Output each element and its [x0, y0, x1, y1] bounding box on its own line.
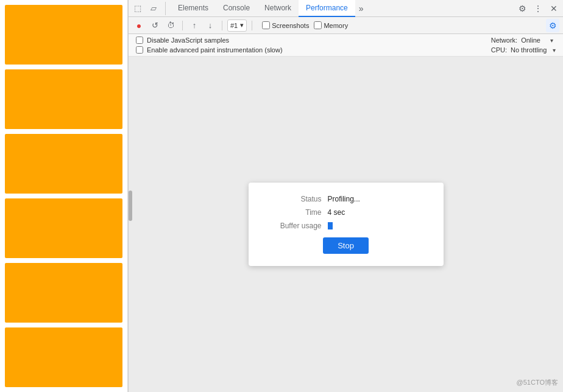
- disable-js-label[interactable]: Disable JavaScript samples: [136, 37, 283, 44]
- perf-settings-button[interactable]: ⚙: [546, 19, 559, 32]
- separator-1: [182, 21, 183, 30]
- screenshots-checkbox[interactable]: [262, 21, 270, 29]
- cpu-row: CPU: No throttling 4x slowdown 6x slowdo…: [491, 46, 556, 54]
- cpu-arrow: ▾: [553, 47, 556, 54]
- more-tabs-icon[interactable]: »: [355, 4, 367, 13]
- status-value: Profiling...: [328, 195, 360, 203]
- tab-bar: ⬚ ▱ Elements Console Network Performance…: [129, 0, 563, 17]
- more-options-icon[interactable]: ⋮: [531, 2, 545, 15]
- status-row: Status Profiling...: [267, 195, 425, 203]
- mobile-icon[interactable]: ▱: [147, 2, 160, 15]
- tab-elements[interactable]: Elements: [171, 0, 216, 17]
- memory-checkbox[interactable]: [314, 21, 322, 29]
- cpu-select[interactable]: No throttling 4x slowdown 6x slowdown: [511, 46, 549, 54]
- time-row: Time 4 sec: [267, 208, 425, 217]
- buffer-row: Buffer usage: [267, 222, 425, 230]
- reload-button[interactable]: ↺: [148, 19, 161, 32]
- network-row: Network: Online Fast 3G Slow 3G Offline …: [491, 37, 556, 44]
- toolbar: ● ↺ ⏱ ↑ ↓ #1 ▾ Screenshots Memory ⚙: [129, 17, 563, 34]
- profile-dropdown-arrow: ▾: [240, 21, 244, 29]
- settings-row: Disable JavaScript samples Enable advanc…: [129, 34, 563, 57]
- time-label: Time: [267, 208, 322, 217]
- performance-area: Status Profiling... Time 4 sec Buffer us…: [129, 57, 563, 392]
- record-button[interactable]: ●: [132, 19, 146, 32]
- orange-rect-5: [5, 263, 122, 323]
- tab-network[interactable]: Network: [257, 0, 299, 17]
- orange-rect-4: [5, 198, 122, 258]
- settings-icon[interactable]: ⚙: [515, 2, 529, 15]
- time-value: 4 sec: [328, 208, 345, 217]
- timer-button[interactable]: ⏱: [164, 19, 177, 32]
- cursor-icon[interactable]: ⬚: [131, 2, 144, 15]
- status-label: Status: [267, 195, 322, 203]
- stop-button[interactable]: Stop: [323, 237, 369, 254]
- buffer-fill: [328, 222, 333, 229]
- buffer-label: Buffer usage: [267, 222, 322, 230]
- download-button[interactable]: ↓: [204, 19, 217, 32]
- tab-console[interactable]: Console: [216, 0, 257, 17]
- enable-paint-checkbox[interactable]: [136, 46, 143, 54]
- tab-icons: ⬚ ▱: [131, 2, 166, 15]
- orange-rect-3: [5, 134, 122, 194]
- profile-select[interactable]: #1 ▾: [227, 19, 247, 32]
- orange-rect-2: [5, 69, 122, 129]
- left-panel: [0, 0, 128, 392]
- scroll-handle[interactable]: [129, 191, 132, 221]
- devtools-panel: ⬚ ▱ Elements Console Network Performance…: [128, 0, 563, 392]
- settings-checkboxes: Disable JavaScript samples Enable advanc…: [136, 37, 283, 54]
- undock-icon[interactable]: ✕: [547, 2, 561, 15]
- buffer-bar: [328, 222, 333, 229]
- enable-paint-label[interactable]: Enable advanced paint instrumentation (s…: [136, 46, 283, 54]
- network-arrow: ▾: [550, 37, 553, 44]
- upload-button[interactable]: ↑: [188, 19, 201, 32]
- orange-rect-1: [5, 5, 122, 65]
- tab-performance[interactable]: Performance: [299, 0, 355, 17]
- network-cpu-settings: Network: Online Fast 3G Slow 3G Offline …: [491, 37, 556, 54]
- profiling-dialog: Status Profiling... Time 4 sec Buffer us…: [249, 183, 444, 266]
- watermark: @51CTO博客: [517, 378, 558, 387]
- screenshots-label[interactable]: Screenshots: [262, 21, 309, 29]
- separator-3: [252, 21, 252, 30]
- cpu-label: CPU:: [491, 46, 507, 54]
- network-label: Network:: [491, 37, 517, 44]
- disable-js-checkbox[interactable]: [136, 37, 143, 44]
- orange-rect-6: [5, 327, 122, 387]
- network-select[interactable]: Online Fast 3G Slow 3G Offline: [521, 37, 547, 44]
- separator-2: [222, 21, 222, 30]
- tab-bar-right: ⚙ ⋮ ✕: [515, 2, 561, 15]
- memory-label[interactable]: Memory: [314, 21, 348, 29]
- profile-id: #1: [230, 22, 238, 29]
